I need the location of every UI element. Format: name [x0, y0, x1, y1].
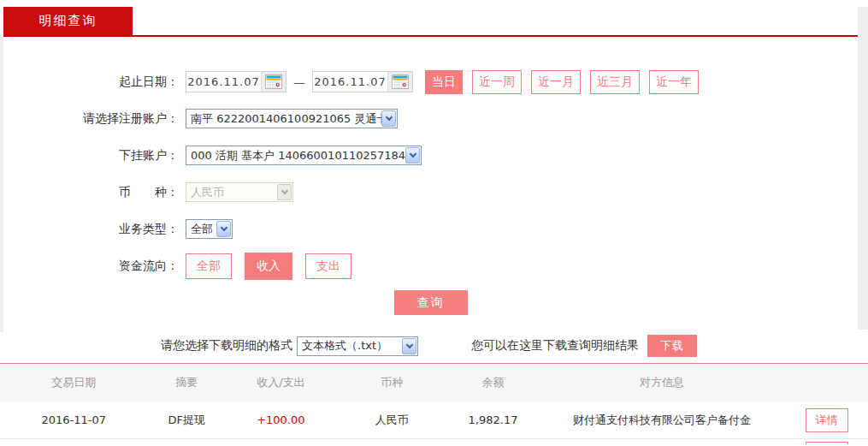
date-separator: —	[293, 75, 305, 89]
chevron-down-icon	[405, 147, 420, 164]
sub-account-select[interactable]: 000 活期 基本户 1406600101102571848	[186, 146, 422, 165]
cell-summary: DF提现	[148, 413, 226, 428]
business-type-label: 业务类型：	[3, 222, 179, 237]
date-range-row: 起止日期： 2016.11.07	[3, 63, 858, 100]
detail-button[interactable]: 详情	[806, 408, 848, 432]
query-button[interactable]: 查询	[394, 290, 468, 315]
end-date-value[interactable]: 2016.11.07	[313, 72, 388, 92]
business-type-select[interactable]: 全部	[186, 219, 233, 239]
header-income-expense: 收入/支出	[226, 375, 336, 390]
registered-account-value: 南平 6222001406100921065 灵通卡	[186, 111, 381, 127]
header-trade-date: 交易日期	[0, 375, 148, 390]
download-hint: 您可以在这里下载查询明细结果	[471, 338, 639, 354]
query-button-row: 查询	[3, 290, 858, 315]
query-form: 起止日期： 2016.11.07	[3, 37, 858, 315]
range-button-last-month[interactable]: 近一月	[531, 70, 581, 94]
calendar-icon[interactable]	[388, 72, 412, 92]
currency-label: 币 种：	[3, 185, 179, 200]
fund-flow-label: 资金流向：	[3, 259, 179, 274]
fund-flow-expense-button[interactable]: 支出	[305, 253, 351, 279]
header-summary: 摘要	[148, 375, 226, 390]
cell-counterparty: 财付通支付科技有限公司客户备付金	[538, 413, 785, 428]
download-format-value: 文本格式（.txt）	[298, 338, 402, 354]
sub-account-row: 下挂账户： 000 活期 基本户 1406600101102571848	[3, 137, 858, 174]
detail-button[interactable]: 详情	[806, 442, 848, 444]
cell-amount: +100.00	[226, 413, 336, 426]
results-table: 交易日期 摘要 收入/支出 币种 余额 对方信息 2016-11-07 DF提现…	[0, 364, 868, 444]
chevron-down-icon	[216, 221, 231, 237]
range-button-last-week[interactable]: 近一周	[472, 70, 522, 94]
header-counterparty: 对方信息	[538, 375, 785, 390]
cell-balance: 1,982.17	[448, 413, 539, 426]
detail-query-page: 明细查询 起止日期： 2016.11.07	[0, 0, 868, 446]
range-button-last-year[interactable]: 近一年	[649, 70, 699, 94]
registered-account-select[interactable]: 南平 6222001406100921065 灵通卡	[186, 109, 398, 128]
table-row: 2016-11-07 DF提现 +100.00 人民币 1,982.17 财付通…	[0, 401, 868, 439]
fund-flow-row: 资金流向： 全部 收入 支出	[3, 247, 858, 284]
sub-account-value: 000 活期 基本户 1406600101102571848	[186, 148, 405, 164]
sub-account-label: 下挂账户：	[3, 148, 179, 164]
download-row: 请您选择下载明细的格式 文本格式（.txt） 您可以在这里下载查询明细结果 下载	[0, 334, 868, 358]
business-type-row: 业务类型： 全部	[3, 211, 858, 247]
range-button-today[interactable]: 当日	[425, 70, 463, 94]
tab-bar: 明细查询	[0, 0, 868, 35]
fund-flow-all-button[interactable]: 全部	[186, 253, 232, 279]
start-date-value[interactable]: 2016.11.07	[186, 72, 262, 92]
cell-trade-date: 2016-11-07	[0, 413, 148, 426]
currency-row: 币 种： 人民币	[3, 174, 858, 211]
download-format-select[interactable]: 文本格式（.txt）	[297, 336, 418, 356]
date-range-label: 起止日期：	[3, 74, 179, 90]
download-format-label: 请您选择下载明细的格式	[161, 338, 292, 354]
chevron-down-icon	[381, 110, 396, 127]
table-row-partial: 详情	[0, 439, 868, 444]
calendar-icon[interactable]	[262, 72, 286, 92]
start-date-input[interactable]: 2016.11.07	[186, 71, 286, 92]
range-button-last-3-months[interactable]: 近三月	[590, 70, 640, 94]
right-page-margin	[858, 7, 868, 330]
cell-currency: 人民币	[336, 413, 448, 428]
tab-detail-query[interactable]: 明细查询	[3, 7, 133, 35]
chevron-down-icon	[277, 184, 292, 200]
registered-account-row: 请选择注册账户： 南平 6222001406100921065 灵通卡	[3, 100, 858, 137]
download-button[interactable]: 下载	[647, 335, 697, 357]
header-balance: 余额	[448, 375, 539, 390]
chevron-down-icon	[402, 338, 416, 354]
currency-value: 人民币	[186, 185, 277, 200]
header-currency: 币种	[336, 375, 448, 390]
fund-flow-income-button[interactable]: 收入	[245, 253, 292, 280]
currency-select: 人民币	[186, 182, 293, 202]
registered-account-label: 请选择注册账户：	[3, 111, 179, 127]
business-type-value: 全部	[186, 222, 216, 237]
left-page-margin	[0, 37, 3, 332]
end-date-input[interactable]: 2016.11.07	[312, 71, 413, 92]
table-header-row: 交易日期 摘要 收入/支出 币种 余额 对方信息	[0, 364, 868, 401]
